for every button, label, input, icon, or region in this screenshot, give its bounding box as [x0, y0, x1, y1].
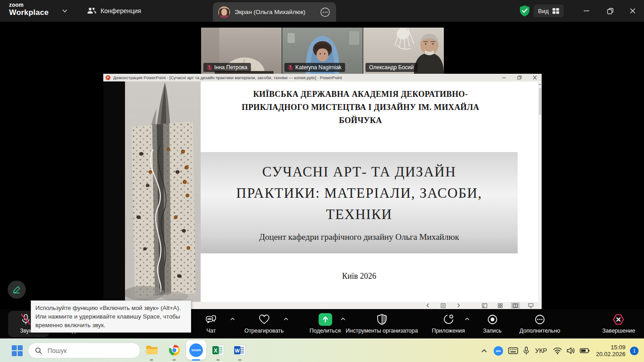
tray-mic-icon[interactable]: [523, 347, 529, 355]
reading-view-icon[interactable]: [511, 302, 520, 309]
tooltip-line1: Используйте функцию «Включить мой звук» …: [35, 304, 187, 312]
explorer-running-indicator: [150, 359, 153, 361]
record-button[interactable]: Запись: [483, 313, 501, 334]
end-meeting-button[interactable]: Завершение: [602, 313, 635, 334]
excel-running-indicator: [216, 359, 220, 361]
brand-workplace: Workplace: [9, 9, 48, 16]
video-strip: Інна Петрова Kateryna Nagirniak: [0, 22, 644, 74]
search-icon: [35, 347, 42, 354]
ppt-restore-icon[interactable]: [517, 75, 522, 80]
mute-label: Звук: [20, 328, 32, 334]
mic-muted-icon: [207, 65, 212, 71]
mic-muted-icon: [288, 65, 293, 71]
touch-keyboard-icon[interactable]: [508, 347, 518, 354]
tab-conference[interactable]: Конференция: [87, 0, 141, 22]
zoom-app-circle: zoom: [189, 343, 203, 357]
powerpoint-window-title: Демонстрация PowerPoint - [Сучасні арт т…: [113, 75, 342, 80]
host-tools-shield-icon: [375, 313, 388, 326]
notes-icon[interactable]: [438, 302, 447, 309]
conference-tab-label: Конференция: [101, 7, 141, 14]
participant-name: Інна Петрова: [214, 64, 247, 71]
apps-chevron-icon[interactable]: [465, 317, 470, 321]
share-screen-icon: [318, 313, 332, 326]
slide-title-line1: СУЧАСНІ АРТ- ТА ДИЗАЙН: [201, 161, 518, 182]
apps-icon: [442, 313, 455, 326]
chrome-running-indicator: [173, 359, 176, 361]
previous-slide-icon[interactable]: [423, 302, 432, 309]
share-chevron-icon[interactable]: [341, 317, 346, 321]
windows-taskbar: zoom X W zm УКР 15:09 20.02.2026 1: [0, 338, 644, 362]
slide-footer: Київ 2026: [201, 272, 518, 281]
volume-icon[interactable]: [567, 347, 575, 354]
slide-title-line2: ПРАКТИКИ: МАТЕРІАЛИ, ЗАСОБИ,: [201, 182, 518, 204]
start-button[interactable]: [12, 345, 23, 356]
tab-screen-share[interactable]: Экран (Ольга Михайлюк): [213, 2, 336, 22]
file-explorer-icon[interactable]: [146, 345, 158, 356]
slide-title-line3: ТЕХНІКИ: [201, 204, 518, 225]
grid-view-icon: [553, 8, 559, 14]
video-tile-oleksandr[interactable]: Олександр Босий: [363, 28, 444, 74]
word-letter: W: [235, 348, 240, 353]
react-chevron-icon[interactable]: [284, 317, 288, 321]
tooltip-line3: временно включить звук.: [35, 321, 187, 329]
slide-sorter-icon[interactable]: [495, 302, 505, 309]
more-ellipsis-icon: [533, 313, 546, 326]
restore-button[interactable]: [600, 0, 620, 22]
participant-name-badge: Олександр Босий: [365, 63, 418, 72]
powerpoint-titlebar[interactable]: P Демонстрация PowerPoint - [Сучасні арт…: [103, 74, 542, 81]
slide-artwork-image: [125, 81, 201, 302]
search-input[interactable]: [47, 347, 125, 355]
minimize-button[interactable]: [576, 0, 597, 22]
tray-chevron-up-icon[interactable]: [481, 349, 487, 353]
view-button[interactable]: Вид: [533, 5, 564, 17]
share-button[interactable]: Поделиться: [309, 313, 341, 334]
annotate-button[interactable]: [8, 281, 26, 299]
taskbar-search[interactable]: [28, 343, 140, 358]
people-icon: [87, 7, 96, 15]
academy-line2: ПРИКЛАДНОГО МИСТЕЦТВА І ДИЗАЙНУ ІМ. МИХА…: [211, 101, 510, 114]
chat-button[interactable]: Чат: [205, 313, 217, 334]
record-icon: [486, 313, 499, 326]
word-icon[interactable]: W: [234, 345, 246, 356]
host-tools-button[interactable]: Инструменты организатора: [346, 313, 418, 334]
avatar: [218, 6, 230, 18]
chat-chevron-icon[interactable]: [230, 317, 235, 321]
language-indicator[interactable]: УКР: [535, 347, 547, 354]
next-slide-icon[interactable]: [454, 302, 463, 309]
more-button[interactable]: Дополнительно: [519, 313, 560, 334]
chat-label: Чат: [207, 328, 216, 334]
slide-author: Доцент кафедри графічного дизайну Ольга …: [201, 232, 518, 242]
slideshow-view-icon[interactable]: [526, 302, 535, 309]
apps-button[interactable]: Приложения: [432, 313, 465, 334]
close-button[interactable]: [622, 0, 643, 22]
slide-scrollbar[interactable]: [538, 81, 542, 302]
workspace-chevron-down-icon[interactable]: [62, 8, 68, 14]
more-label: Дополнительно: [519, 328, 560, 334]
tab-more-icon[interactable]: [320, 7, 331, 18]
mute-button[interactable]: Звук: [19, 313, 32, 334]
participant-name: Kateryna Nagirniak: [295, 64, 341, 71]
ppt-minimize-icon[interactable]: [502, 75, 506, 80]
react-button[interactable]: Отреагировать: [244, 313, 284, 334]
battery-icon[interactable]: [580, 348, 590, 353]
wifi-icon[interactable]: [553, 347, 562, 354]
pencil-icon: [12, 285, 21, 294]
excel-letter: X: [214, 348, 217, 354]
slide: КИЇВСЬКА ДЕРЖАВНА АКАДЕМІЯ ДЕКОРАТИВНО- …: [125, 81, 538, 302]
ppt-close-icon[interactable]: [533, 75, 537, 80]
excel-icon[interactable]: X: [212, 345, 224, 356]
zoom-active-indicator: [192, 359, 200, 361]
zoom-app-icon[interactable]: zoom: [186, 340, 206, 360]
zm-tray-icon[interactable]: zm: [494, 346, 503, 356]
notification-badge[interactable]: 1: [630, 347, 639, 355]
host-tools-label: Инструменты организатора: [346, 328, 418, 334]
normal-view-icon[interactable]: [480, 302, 489, 309]
word-running-indicator: [238, 359, 241, 361]
slide-title: СУЧАСНІ АРТ- ТА ДИЗАЙН ПРАКТИКИ: МАТЕРІА…: [201, 161, 518, 225]
security-shield-icon[interactable]: [519, 5, 530, 17]
chrome-icon[interactable]: [168, 344, 180, 356]
video-tile-inna[interactable]: Інна Петрова: [201, 28, 282, 74]
video-tile-kateryna[interactable]: Kateryna Nagirniak: [282, 28, 363, 74]
academy-line3: БОЙЧУКА: [211, 114, 510, 127]
clock[interactable]: 15:09 20.02.2026: [596, 344, 625, 357]
